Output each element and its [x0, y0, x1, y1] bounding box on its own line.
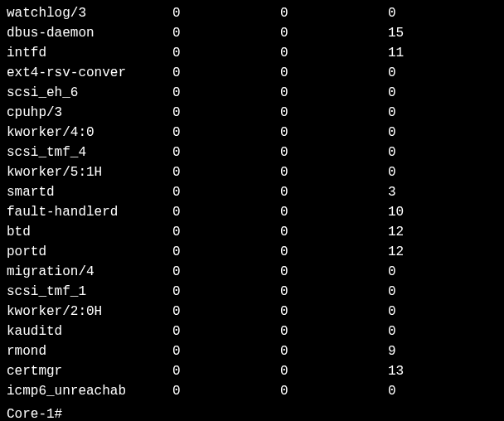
process-col-1: 0 — [172, 302, 280, 322]
shell-prompt[interactable]: Core-1# — [7, 404, 497, 421]
process-col-1: 0 — [172, 83, 280, 103]
process-name: kworker/5:1H — [7, 162, 172, 182]
process-col-1: 0 — [172, 143, 280, 162]
process-name: kauditd — [7, 322, 172, 341]
process-col-2: 0 — [280, 123, 388, 143]
process-row: icmp6_unreachab000 — [7, 381, 497, 401]
process-name: portd — [7, 242, 172, 262]
process-col-1: 0 — [172, 222, 280, 242]
process-name: watchlog/3 — [7, 3, 172, 23]
process-col-1: 0 — [172, 322, 280, 341]
process-col-2: 0 — [280, 182, 388, 202]
process-name: cpuhp/3 — [7, 103, 172, 123]
process-col-3: 0 — [388, 123, 496, 143]
process-col-3: 10 — [388, 202, 496, 222]
process-col-2: 0 — [280, 103, 388, 123]
process-row: certmgr0013 — [7, 361, 497, 381]
process-col-2: 0 — [280, 222, 388, 242]
process-col-1: 0 — [172, 3, 280, 23]
process-row: ext4-rsv-conver000 — [7, 63, 497, 83]
process-col-2: 0 — [280, 282, 388, 302]
process-row: scsi_tmf_1000 — [7, 282, 497, 302]
process-row: kworker/5:1H000 — [7, 162, 497, 182]
process-col-3: 0 — [388, 302, 496, 322]
process-row: scsi_tmf_4000 — [7, 143, 497, 162]
process-col-1: 0 — [172, 23, 280, 43]
process-col-1: 0 — [172, 381, 280, 401]
process-name: scsi_tmf_4 — [7, 143, 172, 162]
process-col-2: 0 — [280, 262, 388, 282]
process-col-3: 0 — [388, 3, 496, 23]
process-col-3: 0 — [388, 322, 496, 341]
process-col-3: 12 — [388, 242, 496, 262]
process-col-3: 0 — [388, 63, 496, 83]
process-row: scsi_eh_6000 — [7, 83, 497, 103]
process-col-2: 0 — [280, 63, 388, 83]
process-row: kworker/2:0H000 — [7, 302, 497, 322]
process-col-3: 0 — [388, 143, 496, 162]
process-col-2: 0 — [280, 242, 388, 262]
process-col-2: 0 — [280, 83, 388, 103]
process-name: ext4-rsv-conver — [7, 63, 172, 83]
process-col-3: 13 — [388, 361, 496, 381]
process-name: scsi_eh_6 — [7, 83, 172, 103]
process-col-2: 0 — [280, 381, 388, 401]
process-row: fault-handlerd0010 — [7, 202, 497, 222]
process-col-1: 0 — [172, 63, 280, 83]
process-col-3: 0 — [388, 83, 496, 103]
process-name: certmgr — [7, 361, 172, 381]
process-row: watchlog/3000 — [7, 3, 497, 23]
process-name: btd — [7, 222, 172, 242]
process-name: smartd — [7, 182, 172, 202]
process-col-1: 0 — [172, 341, 280, 361]
process-col-3: 12 — [388, 222, 496, 242]
process-col-2: 0 — [280, 322, 388, 341]
process-col-1: 0 — [172, 162, 280, 182]
process-row: kworker/4:0000 — [7, 123, 497, 143]
process-col-1: 0 — [172, 202, 280, 222]
process-col-2: 0 — [280, 23, 388, 43]
prompt-text: Core-1# — [7, 404, 62, 421]
process-row: migration/4000 — [7, 262, 497, 282]
process-col-1: 0 — [172, 43, 280, 63]
process-col-3: 0 — [388, 162, 496, 182]
process-col-2: 0 — [280, 162, 388, 182]
process-name: rmond — [7, 341, 172, 361]
process-col-2: 0 — [280, 302, 388, 322]
process-row: smartd003 — [7, 182, 497, 202]
process-col-3: 0 — [388, 282, 496, 302]
process-col-2: 0 — [280, 341, 388, 361]
process-col-1: 0 — [172, 123, 280, 143]
process-row: btd0012 — [7, 222, 497, 242]
process-row: kauditd000 — [7, 322, 497, 341]
process-name: intfd — [7, 43, 172, 63]
process-col-1: 0 — [172, 361, 280, 381]
process-col-3: 0 — [388, 103, 496, 123]
process-name: migration/4 — [7, 262, 172, 282]
process-col-3: 0 — [388, 381, 496, 401]
process-col-1: 0 — [172, 182, 280, 202]
process-col-2: 0 — [280, 43, 388, 63]
process-col-1: 0 — [172, 103, 280, 123]
process-col-1: 0 — [172, 242, 280, 262]
process-col-2: 0 — [280, 3, 388, 23]
process-col-1: 0 — [172, 282, 280, 302]
process-col-2: 0 — [280, 143, 388, 162]
process-row: cpuhp/3000 — [7, 103, 497, 123]
process-name: fault-handlerd — [7, 202, 172, 222]
process-name: icmp6_unreachab — [7, 381, 172, 401]
process-name: dbus-daemon — [7, 23, 172, 43]
process-row: rmond009 — [7, 341, 497, 361]
process-row: intfd0011 — [7, 43, 497, 63]
process-name: scsi_tmf_1 — [7, 282, 172, 302]
terminal-output: watchlog/3000dbus-daemon0015intfd0011ext… — [0, 0, 504, 421]
process-col-3: 11 — [388, 43, 496, 63]
process-col-3: 15 — [388, 23, 496, 43]
process-col-3: 9 — [388, 341, 496, 361]
process-col-2: 0 — [280, 202, 388, 222]
process-name: kworker/4:0 — [7, 123, 172, 143]
process-name: kworker/2:0H — [7, 302, 172, 322]
process-col-1: 0 — [172, 262, 280, 282]
process-row: portd0012 — [7, 242, 497, 262]
process-col-2: 0 — [280, 361, 388, 381]
